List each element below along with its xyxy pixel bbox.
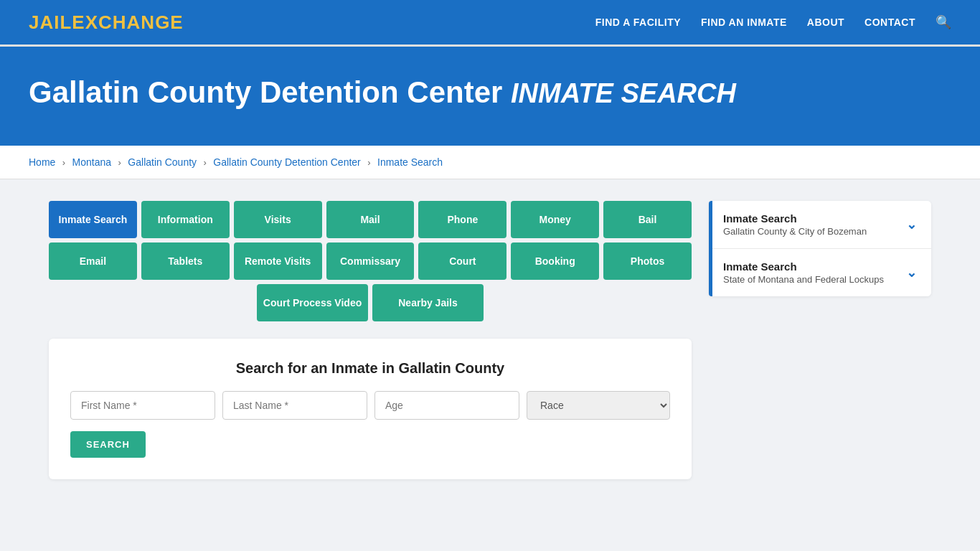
sidebar-item-2-title: Inmate Search: [723, 260, 884, 273]
sidebar-item-2-text: Inmate Search State of Montana and Feder…: [723, 260, 884, 285]
tab-information[interactable]: Information: [141, 201, 230, 238]
tab-photos[interactable]: Photos: [603, 242, 692, 280]
tabs-row-3: Court Process Video Nearby Jails: [49, 284, 692, 321]
sidebar-item-1-text: Inmate Search Gallatin County & City of …: [723, 212, 867, 237]
nav-search-button[interactable]: 🔍: [936, 14, 951, 30]
tab-bail[interactable]: Bail: [603, 201, 692, 238]
breadcrumb-gallatin-county[interactable]: Gallatin County: [128, 156, 197, 168]
tab-court[interactable]: Court: [418, 242, 507, 280]
tab-nearby-jails[interactable]: Nearby Jails: [372, 284, 484, 321]
first-name-input[interactable]: [70, 391, 215, 420]
breadcrumb: Home › Montana › Gallatin County › Galla…: [0, 146, 980, 179]
left-column: Inmate Search Information Visits Mail Ph…: [49, 201, 692, 479]
nav-find-inmate[interactable]: FIND AN INMATE: [701, 16, 787, 29]
sidebar-item-2[interactable]: Inmate Search State of Montana and Feder…: [709, 249, 931, 296]
main-content: Inmate Search Information Visits Mail Ph…: [20, 179, 960, 501]
sidebar-card: Inmate Search Gallatin County & City of …: [709, 201, 931, 296]
tab-mail[interactable]: Mail: [326, 201, 415, 238]
tab-commissary[interactable]: Commissary: [326, 242, 415, 280]
chevron-down-icon-1: ⌄: [906, 217, 917, 232]
search-submit-button[interactable]: SEARCH: [70, 431, 146, 458]
search-form-title: Search for an Inmate in Gallatin County: [70, 360, 670, 377]
sidebar-item-1-title: Inmate Search: [723, 212, 867, 225]
sidebar-card-wrapper: Inmate Search Gallatin County & City of …: [709, 201, 931, 296]
tabs-row-2: Email Tablets Remote Visits Commissary C…: [49, 242, 692, 280]
breadcrumb-sep-4: ›: [367, 157, 370, 168]
right-sidebar: Inmate Search Gallatin County & City of …: [709, 201, 931, 302]
last-name-input[interactable]: [222, 391, 367, 420]
breadcrumb-montana[interactable]: Montana: [72, 156, 111, 168]
race-select[interactable]: Race White Black Hispanic Asian Native A…: [527, 391, 670, 420]
tab-phone[interactable]: Phone: [418, 201, 507, 238]
search-fields: Race White Black Hispanic Asian Native A…: [70, 391, 670, 420]
breadcrumb-sep-3: ›: [204, 157, 207, 168]
sidebar-item-1[interactable]: Inmate Search Gallatin County & City of …: [709, 201, 931, 249]
tab-tablets[interactable]: Tablets: [141, 242, 230, 280]
chevron-down-icon-2: ⌄: [906, 265, 917, 281]
nav-find-facility[interactable]: FIND A FACILITY: [595, 16, 681, 29]
page-title: Gallatin County Detention Center INMATE …: [29, 75, 951, 110]
tab-visits[interactable]: Visits: [234, 201, 322, 238]
tab-booking[interactable]: Booking: [511, 242, 599, 280]
nav-about[interactable]: ABOUT: [807, 16, 844, 29]
breadcrumb-sep-2: ›: [118, 157, 121, 168]
nav-links: FIND A FACILITY FIND AN INMATE ABOUT CON…: [595, 14, 951, 30]
logo-jail: JAIL: [29, 11, 72, 33]
sidebar-accent-bar: [709, 201, 712, 296]
breadcrumb-sep-1: ›: [62, 157, 65, 168]
site-logo[interactable]: JAILEXCHANGE: [29, 11, 184, 34]
breadcrumb-gcdc[interactable]: Gallatin County Detention Center: [213, 156, 360, 168]
navbar: JAILEXCHANGE FIND A FACILITY FIND AN INM…: [0, 0, 980, 47]
tab-money[interactable]: Money: [511, 201, 599, 238]
logo-exchange: EXCHANGE: [72, 11, 183, 33]
sidebar-item-1-sub: Gallatin County & City of Bozeman: [723, 226, 867, 237]
age-input[interactable]: [374, 391, 519, 420]
breadcrumb-current: Inmate Search: [377, 156, 443, 168]
search-card: Search for an Inmate in Gallatin County …: [49, 339, 692, 479]
nav-contact[interactable]: CONTACT: [864, 16, 915, 29]
tab-remote-visits[interactable]: Remote Visits: [234, 242, 322, 280]
tab-email[interactable]: Email: [49, 242, 137, 280]
tab-inmate-search[interactable]: Inmate Search: [49, 201, 137, 238]
tab-court-process-video[interactable]: Court Process Video: [257, 284, 368, 321]
sidebar-item-2-sub: State of Montana and Federal Lockups: [723, 274, 884, 285]
breadcrumb-home[interactable]: Home: [29, 156, 55, 168]
tabs-row-1: Inmate Search Information Visits Mail Ph…: [49, 201, 692, 238]
hero-section: Gallatin County Detention Center INMATE …: [0, 47, 980, 146]
